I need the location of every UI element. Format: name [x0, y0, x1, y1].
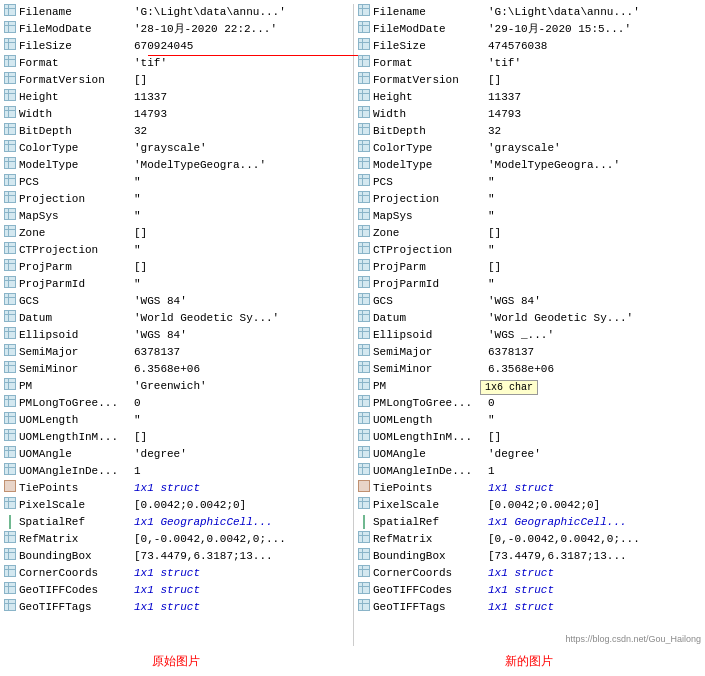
field-value[interactable]: 1x1 struct	[134, 480, 200, 497]
grid-icon	[4, 4, 16, 22]
grid-icon	[358, 191, 370, 209]
table-row: GeoTIFFTags1x1 struct	[2, 599, 349, 616]
table-row: ColorType'grayscale'	[2, 140, 349, 157]
field-name: TiePoints	[373, 480, 488, 497]
grid-icon	[4, 140, 16, 158]
struct-icon	[4, 480, 16, 498]
struct-icon	[358, 480, 370, 498]
table-row: ProjParm[]	[356, 259, 703, 276]
grid-icon	[4, 599, 16, 617]
table-row: Filename'G:\Light\data\annu...'	[356, 4, 703, 21]
field-value[interactable]: 1x1 struct	[134, 582, 200, 599]
table-row: PCS"	[356, 174, 703, 191]
table-row: Zone[]	[356, 225, 703, 242]
field-value: 'degree'	[488, 446, 541, 463]
field-value: [0.0042;0.0042;0]	[488, 497, 600, 514]
field-value[interactable]: 1x1 struct	[488, 565, 554, 582]
table-row: MapSys"	[356, 208, 703, 225]
field-name: Width	[19, 106, 134, 123]
grid-icon	[4, 106, 16, 124]
right-rows: Filename'G:\Light\data\annu...'FileModDa…	[356, 4, 703, 616]
field-name: UOMLengthInM...	[19, 429, 134, 446]
field-name: PM	[19, 378, 134, 395]
grid-icon	[358, 123, 370, 141]
field-value: 'G:\Light\data\annu...'	[134, 4, 286, 21]
field-value[interactable]: 1x1 GeographicCell...	[134, 514, 273, 531]
table-row: UOMAngleInDe...1	[2, 463, 349, 480]
table-row: UOMAngle'degree'	[2, 446, 349, 463]
field-name: Projection	[373, 191, 488, 208]
table-row: PixelScale[0.0042;0.0042;0]	[356, 497, 703, 514]
field-name: BoundingBox	[19, 548, 134, 565]
field-value: 'G:\Light\data\annu...'	[488, 4, 640, 21]
field-value[interactable]: 1x1 struct	[488, 582, 554, 599]
field-value[interactable]: 1x1 GeographicCell...	[488, 514, 627, 531]
grid-icon	[4, 242, 16, 260]
field-value: []	[134, 225, 147, 242]
grid-icon	[4, 548, 16, 566]
grid-icon	[358, 497, 370, 515]
grid-icon	[4, 89, 16, 107]
table-row: TiePoints1x1 struct	[356, 480, 703, 497]
field-value: 'WGS 84'	[134, 293, 187, 310]
field-value: "	[488, 191, 495, 208]
table-row: UOMLengthInM...[]	[2, 429, 349, 446]
geo-icon	[9, 514, 11, 531]
field-name: FormatVersion	[19, 72, 134, 89]
table-row: Format'tif'	[2, 55, 349, 72]
grid-icon	[4, 55, 16, 73]
field-value: 0	[134, 395, 141, 412]
field-value: "	[134, 208, 141, 225]
field-value: 32	[488, 123, 501, 140]
field-value[interactable]: 1x1 struct	[134, 565, 200, 582]
grid-icon	[358, 446, 370, 464]
table-row: PMLongToGree...0	[2, 395, 349, 412]
field-name: Datum	[373, 310, 488, 327]
field-name: PMLongToGree...	[19, 395, 134, 412]
table-row: MapSys"	[2, 208, 349, 225]
field-name: SemiMinor	[19, 361, 134, 378]
field-name: SemiMajor	[19, 344, 134, 361]
left-label: 原始图片	[152, 653, 200, 670]
field-value[interactable]: 1x1 struct	[488, 480, 554, 497]
grid-icon	[358, 310, 370, 328]
grid-icon	[358, 293, 370, 311]
grid-icon	[358, 106, 370, 124]
field-name: Filename	[19, 4, 134, 21]
grid-icon	[358, 395, 370, 413]
field-value: 'grayscale'	[134, 140, 207, 157]
right-label: 新的图片	[505, 653, 553, 670]
grid-icon	[358, 582, 370, 600]
field-value: "	[488, 276, 495, 293]
grid-icon	[358, 140, 370, 158]
table-row: Width14793	[2, 106, 349, 123]
field-name: FileSize	[373, 38, 488, 55]
field-name: FormatVersion	[373, 72, 488, 89]
table-row: GeoTIFFCodes1x1 struct	[356, 582, 703, 599]
field-name: ModelType	[19, 157, 134, 174]
field-name: ModelType	[373, 157, 488, 174]
field-value: 'World Geodetic Sy...'	[488, 310, 633, 327]
field-value[interactable]: 1x1 struct	[488, 599, 554, 616]
table-row: Format'tif'	[356, 55, 703, 72]
table-row: Height11337	[356, 89, 703, 106]
grid-icon	[4, 463, 16, 481]
field-value: '28-10月-2020 22:2...'	[134, 21, 277, 38]
table-row: GCS'WGS 84'	[356, 293, 703, 310]
table-row: SpatialRef1x1 GeographicCell...	[356, 514, 703, 531]
field-name: ProjParmId	[373, 276, 488, 293]
table-row: Projection"	[356, 191, 703, 208]
field-value: "	[134, 191, 141, 208]
table-row: SemiMinor6.3568e+06	[356, 361, 703, 378]
field-value[interactable]: 1x1 struct	[134, 599, 200, 616]
grid-icon	[4, 123, 16, 141]
field-value: 'grayscale'	[488, 140, 561, 157]
grid-icon	[358, 531, 370, 549]
grid-icon	[358, 429, 370, 447]
field-value: 0	[488, 395, 495, 412]
table-row: SemiMajor6378137	[356, 344, 703, 361]
grid-icon	[358, 378, 370, 396]
field-value: []	[488, 72, 501, 89]
table-row: Ellipsoid'WGS _...'	[356, 327, 703, 344]
field-value: []	[134, 429, 147, 446]
